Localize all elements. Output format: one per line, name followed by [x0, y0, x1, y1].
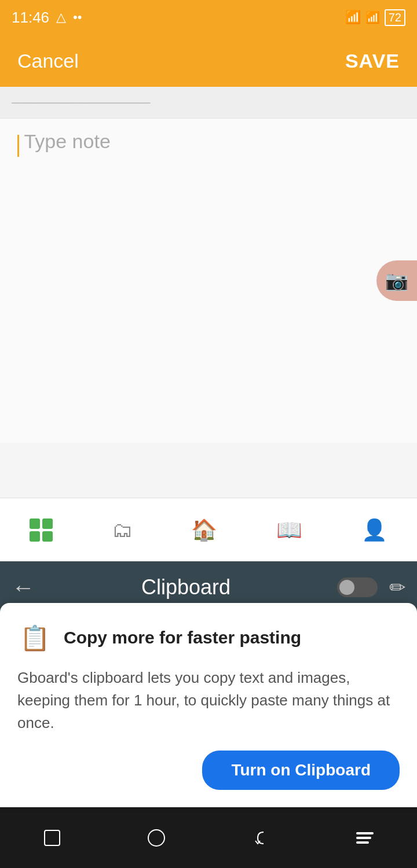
status-left: 11:46 △ •• [12, 9, 82, 27]
toggle-thumb [339, 580, 354, 595]
title-bar: ───────────── [0, 87, 417, 119]
clipboard-card-icon: 📋 [17, 620, 52, 655]
home-circle-icon [148, 829, 165, 847]
dots-icon: •• [73, 10, 82, 25]
time-display: 11:46 [12, 9, 49, 27]
status-bar: 11:46 △ •• 📶 📶 72 [0, 0, 417, 35]
back-button[interactable] [246, 823, 275, 852]
app-bottom-nav: 🗂 🏠 📖 👤 [0, 498, 417, 561]
save-button[interactable]: SAVE [345, 50, 400, 72]
keyboard-back-button[interactable]: ← [12, 575, 35, 601]
nav-item-grid[interactable] [24, 513, 58, 547]
recent-apps-button[interactable] [38, 823, 67, 852]
recent-icon [44, 830, 60, 846]
turn-on-clipboard-button[interactable]: Turn on Clipboard [202, 751, 400, 790]
signal-icon: 📶 [345, 10, 361, 25]
profile-nav-icon: 👤 [361, 518, 387, 542]
keyboard-switch-button[interactable] [350, 823, 379, 852]
action-bar: Cancel SAVE [0, 35, 417, 87]
keyboard-edit-button[interactable]: ✏ [389, 576, 405, 599]
signal-icon-2: 📶 [365, 10, 380, 24]
notification-icon: △ [56, 10, 66, 25]
keyboard-header-right: ✏ [337, 576, 405, 599]
back-arrow-icon [252, 829, 269, 847]
card-header: 📋 Copy more for faster pasting [17, 620, 400, 655]
note-area[interactable]: Type note [0, 119, 417, 443]
keyboard-icon [356, 832, 374, 844]
clipboard-nav-icon: 🗂 [112, 518, 133, 542]
card-actions: Turn on Clipboard [17, 751, 400, 790]
status-right: 📶 📶 72 [345, 9, 405, 26]
card-body: Gboard's clipboard lets you copy text an… [17, 667, 400, 734]
clipboard-popup-card: 📋 Copy more for faster pasting Gboard's … [0, 603, 417, 807]
camera-icon: 📷 [385, 270, 408, 292]
home-nav-icon: 🏠 [191, 518, 217, 542]
system-nav-bar [0, 807, 417, 868]
grid-icon [30, 518, 53, 542]
title-blur: ───────────── [12, 94, 150, 112]
battery-display: 72 [385, 9, 405, 26]
nav-item-home[interactable]: 🏠 [185, 512, 223, 548]
text-cursor [17, 135, 19, 157]
nav-item-profile[interactable]: 👤 [356, 512, 393, 548]
clipboard-toggle[interactable] [337, 578, 378, 597]
cancel-button[interactable]: Cancel [17, 50, 79, 72]
home-button[interactable] [142, 823, 171, 852]
nav-item-clipboard[interactable]: 🗂 [106, 512, 138, 548]
nav-item-book[interactable]: 📖 [270, 512, 308, 548]
keyboard-clipboard-title: Clipboard [141, 575, 231, 599]
note-placeholder: Type note [24, 130, 110, 152]
floating-camera-button[interactable]: 📷 [376, 260, 417, 301]
book-nav-icon: 📖 [276, 518, 302, 542]
card-title: Copy more for faster pasting [64, 628, 301, 648]
